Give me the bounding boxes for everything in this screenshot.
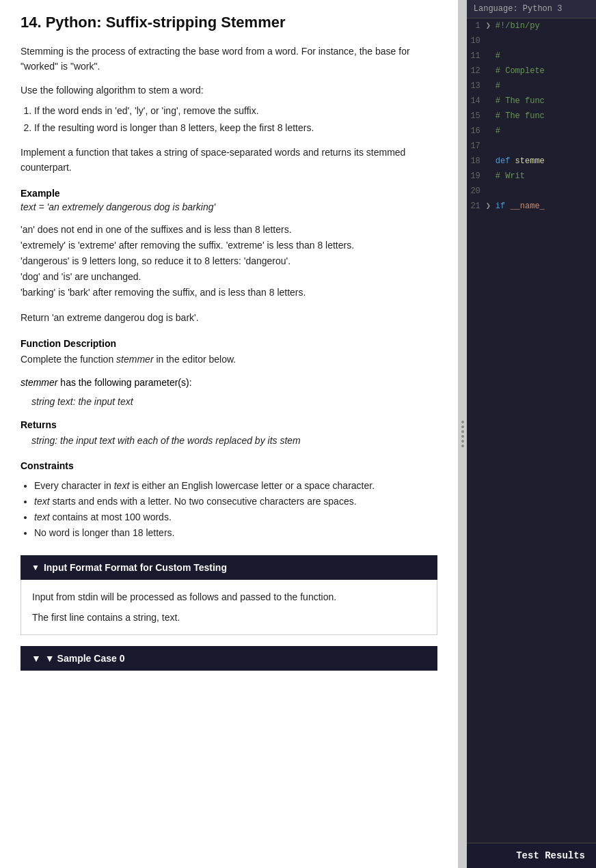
params-header: stemmer has the following parameter(s): [21,375,437,390]
input-format-header[interactable]: ▼ Input Format Format for Custom Testing [21,555,437,580]
algo-header: Use the following algorithm to stem a wo… [21,83,437,98]
line-number: 19 [467,169,486,183]
test-results-bar[interactable]: Test Results [467,843,596,868]
param-line: string text: the input text [31,394,437,409]
line-code: if __name_ [496,199,545,213]
input-format-text2: The first line contains a string, text. [32,610,426,625]
line-code: # The func [496,94,545,108]
code-line-12: 12 # Complete [467,64,596,79]
problem-panel: 14. Python: Suffix-stripping Stemmer Ste… [0,0,459,868]
line-code: # [496,79,500,93]
input-format-text1: Input from stdin will be processed as fo… [32,589,426,604]
line-number: 18 [467,154,486,168]
line-code: # Writ [496,169,525,183]
code-line-21: 21 ❯ if __name_ [467,199,596,214]
constraints-title: Constraints [21,460,437,471]
code-line-1: 1 ❯ #!/bin/py [467,18,596,33]
separator-dot-3 [461,430,464,433]
return-type-italic: string [31,435,55,446]
separator-dot-4 [461,435,464,438]
example-label: Example [21,188,437,199]
constraint-1: Every character in text is either an Eng… [34,478,437,494]
language-header: Language: Python 3 [467,0,596,18]
line-number: 14 [467,94,486,108]
line-number: 20 [467,184,486,198]
example-line-2: 'extremely' is 'extreme' after removing … [21,238,437,253]
constraint-3: text contains at most 100 words. [34,509,437,525]
code-line-17: 17 [467,139,596,154]
sample-case-label: ▼ Sample Case 0 [45,653,125,664]
input-format-label: Input Format Format for Custom Testing [44,562,227,573]
line-code: # [496,49,500,63]
example-explanation: 'an' does not end in one of the suffixes… [21,222,437,300]
example-line-1: 'an' does not end in one of the suffixes… [21,222,437,238]
line-arrow-indicator: ❯ [486,199,496,213]
line-code: # The func [496,109,545,123]
line-code: #!/bin/py [496,19,540,33]
line-number: 15 [467,109,486,123]
func-name-italic: stemmer [116,354,153,365]
code-line-11: 11 # [467,48,596,64]
constraint-4: No word is longer than 18 letters. [34,525,437,541]
separator-dot-2 [461,425,464,428]
code-line-10: 10 [467,33,596,48]
code-line-19: 19 # Writ [467,169,596,184]
algo-list: If the word ends in 'ed', 'ly', or 'ing'… [34,103,437,135]
line-code: def stemme [496,154,545,168]
line-number: 11 [467,49,486,63]
func-desc-title: Function Description [21,338,437,349]
line-arrow-indicator: ❯ [486,19,496,33]
line-number: 10 [467,34,486,48]
stemmer-italic: stemmer [21,377,57,388]
line-number: 16 [467,124,486,138]
algo-step-2: If the resulting word is longer than 8 l… [34,120,437,135]
func-desc-text: Complete the function stemmer in the edi… [21,352,437,367]
code-line-16: 16 # [467,124,596,139]
code-panel: Language: Python 3 1 ❯ #!/bin/py 10 11 #… [467,0,596,868]
return-text: Return 'an extreme dangerou dog is bark'… [21,310,437,325]
code-line-18: 18 def stemme [467,154,596,169]
separator-dot-5 [461,440,464,443]
line-number: 17 [467,139,486,153]
code-line-13: 13 # [467,79,596,94]
constraint-2: text starts and ends with a letter. No t… [34,494,437,509]
example-line-4: 'dog' and 'is' are unchanged. [21,269,437,285]
code-editor[interactable]: 1 ❯ #!/bin/py 10 11 # 12 # Complete 13 #… [467,18,596,843]
constraints-list: Every character in text is either an Eng… [34,478,437,541]
example-code: text = 'an extremely dangerous dog is ba… [21,201,437,212]
intro-text: Stemming is the process of extracting th… [21,44,437,74]
input-format-arrow: ▼ [31,563,40,572]
code-line-14: 14 # The func [467,94,596,109]
returns-title: Returns [21,419,437,430]
code-line-20: 20 [467,184,596,199]
sample-case-header[interactable]: ▼ ▼ Sample Case 0 [21,646,437,671]
returns-text: string: the input text with each of the … [31,433,437,448]
separator-dot-6 [461,445,464,447]
panel-separator[interactable] [459,0,467,868]
separator-dot-1 [461,421,464,423]
line-number: 21 [467,199,486,213]
line-number: 1 [467,19,486,33]
line-number: 12 [467,64,486,78]
sample-case-arrow: ▼ [31,653,41,664]
code-line-15: 15 # The func [467,109,596,124]
line-number: 13 [467,79,486,93]
example-line-3: 'dangerous' is 9 letters long, so reduce… [21,253,437,269]
problem-title: 14. Python: Suffix-stripping Stemmer [21,14,437,31]
line-code: # [496,124,500,138]
algo-step-1: If the word ends in 'ed', 'ly', or 'ing'… [34,103,437,118]
example-line-5: 'barking' is 'bark' after removing the s… [21,285,437,300]
line-code: # Complete [496,64,545,78]
input-format-content: Input from stdin will be processed as fo… [21,580,437,636]
param-italic: string text [31,396,73,407]
implement-text: Implement a function that takes a string… [21,145,437,176]
